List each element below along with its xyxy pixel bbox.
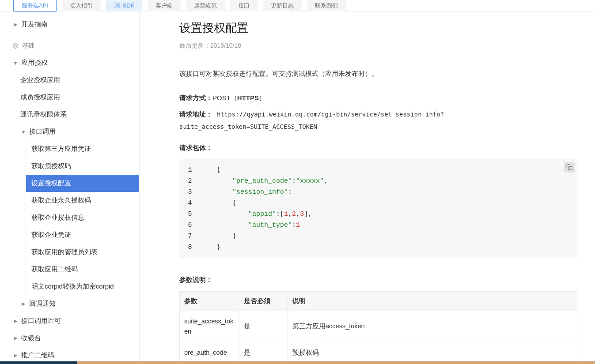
sidebar-callback[interactable]: ▶ 回调通知 xyxy=(0,295,139,312)
sidebar-api-item[interactable]: 获取企业凭证 xyxy=(26,226,139,244)
sidebar-dev-guide[interactable]: ▶ 开发指南 xyxy=(0,16,139,33)
chevron-right-icon: ▶ xyxy=(20,301,27,307)
sidebar-address-book[interactable]: 通讯录权限体系 xyxy=(0,106,139,123)
top-tab[interactable]: 客户端 xyxy=(148,0,181,11)
sidebar-item-label: 通讯录权限体系 xyxy=(20,110,67,119)
sidebar-item-label: 获取第三方应用凭证 xyxy=(31,145,91,153)
chevron-right-icon: ▶ xyxy=(12,318,19,324)
sidebar-item-label: 获取企业授权信息 xyxy=(31,214,84,222)
top-tab[interactable]: 更新日志 xyxy=(263,0,302,11)
sidebar-item-label: 获取企业永久授权码 xyxy=(31,196,91,205)
top-tab[interactable]: 接入指引 xyxy=(62,0,101,11)
request-body-label: 请求包体： xyxy=(179,144,577,152)
main-content: 设置授权配置 最后更新：2018/10/18 该接口可对某次授权进行配置。可支持… xyxy=(140,11,595,364)
sidebar-item-label: 收银台 xyxy=(21,334,41,342)
sidebar-api-item[interactable]: 获取第三方应用凭证 xyxy=(26,140,139,158)
sidebar-item-label: 获取应用二维码 xyxy=(31,265,78,274)
sidebar-api-item[interactable]: 获取应用二维码 xyxy=(26,261,139,278)
last-updated: 最后更新：2018/10/18 xyxy=(179,42,577,50)
top-tab[interactable]: 服务端API xyxy=(13,0,57,12)
sidebar-item-label: 成员授权应用 xyxy=(20,93,60,101)
th-param: 参数 xyxy=(180,291,239,311)
table-row: pre_auth_code是预授权码 xyxy=(180,342,577,363)
chevron-right-icon: ▶ xyxy=(12,353,19,358)
sidebar-api-item[interactable]: 获取应用的管理员列表 xyxy=(26,244,139,261)
sidebar-item-label: 获取应用的管理员列表 xyxy=(31,248,98,256)
top-tab-bar: 服务端API 接入指引 JS-SDK 客户端 运营规范 接口 更新日志 联系我们 xyxy=(0,0,595,11)
svg-marker-0 xyxy=(13,43,18,46)
param-section-label: 参数说明： xyxy=(179,276,577,284)
request-url: 请求地址：https://qyapi.weixin.qq.com/cgi-bin… xyxy=(179,108,577,133)
sidebar-item-label: 开发指南 xyxy=(21,20,48,29)
th-required: 是否必须 xyxy=(239,291,288,311)
sidebar-item-label: 基础 xyxy=(22,42,34,50)
top-tab[interactable]: 联系我们 xyxy=(307,0,346,11)
chevron-right-icon: ▶ xyxy=(12,335,19,341)
page-title: 设置授权配置 xyxy=(179,20,577,36)
sidebar-api-item[interactable]: 获取预授权码 xyxy=(26,158,139,175)
sidebar-item-label: 设置授权配置 xyxy=(31,179,71,188)
sidebar-item-label: 获取企业凭证 xyxy=(31,231,71,239)
top-tab[interactable]: 运营规范 xyxy=(186,0,225,11)
th-description: 说明 xyxy=(288,291,577,311)
sidebar-enterprise-auth-app[interactable]: 企业授权应用 xyxy=(0,71,139,89)
chevron-down-icon: ▼ xyxy=(20,129,27,135)
svg-rect-1 xyxy=(568,166,572,170)
copy-button[interactable] xyxy=(564,162,575,173)
sidebar-api-item[interactable]: 获取企业授权信息 xyxy=(26,209,139,226)
top-tab[interactable]: JS-SDK xyxy=(106,0,142,11)
copy-icon xyxy=(566,164,572,170)
sidebar: ▶ 开发指南 基础 ▼ 应用授权 企业授权应用 成员授权应用 通讯录权限体系 ▼… xyxy=(0,11,140,364)
sidebar-api-item[interactable]: 获取企业永久授权码 xyxy=(26,192,139,209)
sidebar-item-label: 获取预授权码 xyxy=(31,162,71,170)
description: 该接口可对某次授权进行配置。可支持测试模式（应用未发布时）。 xyxy=(179,68,577,79)
top-tab[interactable]: 接口 xyxy=(230,0,258,11)
sidebar-member-auth-app[interactable]: 成员授权应用 xyxy=(0,89,139,106)
sidebar-item-label: 推广二维码 xyxy=(21,351,54,360)
chevron-down-icon: ▼ xyxy=(12,60,19,66)
sidebar-item-label: 明文corpid转换为加密corpid xyxy=(31,282,114,291)
sidebar-api-item-active[interactable]: 设置授权配置 xyxy=(26,175,139,192)
request-method: 请求方式：POST（HTTPS） xyxy=(179,92,577,105)
param-table: 参数 是否必须 说明 suite_access_token是第三方应用acces… xyxy=(179,291,577,364)
sidebar-app-auth[interactable]: ▼ 应用授权 xyxy=(0,54,139,71)
sidebar-item-label: 企业授权应用 xyxy=(20,76,60,84)
layers-icon xyxy=(12,43,19,49)
sidebar-section-basics: 基础 xyxy=(0,33,139,54)
sidebar-item-label: 接口调用 xyxy=(29,128,56,136)
sidebar-checkout[interactable]: ▶ 收银台 xyxy=(0,330,139,347)
code-block: 1 { 2 "pre_auth_code":"xxxxx", 3 "sessio… xyxy=(179,159,577,258)
chevron-right-icon: ▶ xyxy=(12,22,19,27)
sidebar-api-calls[interactable]: ▼ 接口调用 xyxy=(0,123,139,140)
sidebar-item-label: 接口调用许可 xyxy=(21,317,61,325)
bottom-progress-bar xyxy=(0,361,595,364)
sidebar-api-item[interactable]: 明文corpid转换为加密corpid xyxy=(26,278,139,295)
sidebar-api-permission[interactable]: ▶ 接口调用许可 xyxy=(0,312,139,330)
sidebar-item-label: 应用授权 xyxy=(21,59,48,67)
sidebar-item-label: 回调通知 xyxy=(29,300,56,308)
table-row: suite_access_token是第三方应用access_token xyxy=(180,311,577,342)
